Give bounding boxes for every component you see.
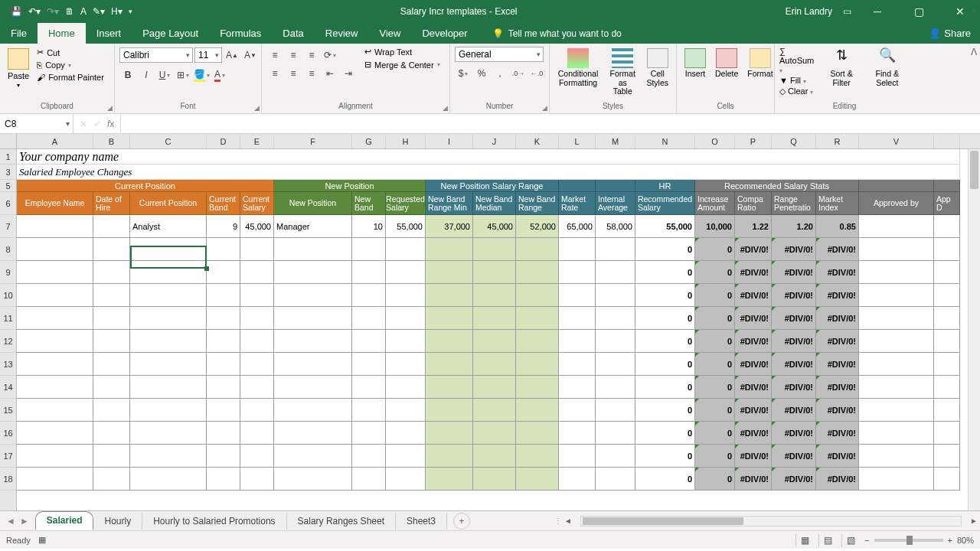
cell[interactable] [93,284,130,307]
table-header[interactable]: Requested Salary [386,192,426,215]
cell[interactable] [274,468,352,491]
cell[interactable] [240,238,274,261]
cell[interactable] [859,422,934,445]
cell[interactable] [934,261,960,284]
cell[interactable] [274,261,352,284]
cell[interactable] [386,399,426,422]
cell[interactable] [516,307,559,330]
cell[interactable] [274,353,352,376]
table-header[interactable]: New Position [274,180,426,192]
align-right-button[interactable]: ≡ [303,65,320,82]
tab-developer[interactable]: Developer [411,23,478,44]
cell[interactable] [516,445,559,468]
cell[interactable] [596,399,635,422]
cell[interactable]: 55,000 [386,215,426,238]
cell[interactable]: 1.20 [772,215,816,238]
cell[interactable] [93,468,130,491]
expand-formula-bar-button[interactable]: ⌄ [971,5,977,13]
cell[interactable]: #DIV/0! [816,307,859,330]
cell[interactable] [352,353,386,376]
cell[interactable] [352,238,386,261]
cell[interactable] [934,284,960,307]
table-header[interactable]: New Position Salary Range [426,180,559,192]
cell[interactable]: #DIV/0! [735,330,772,353]
cell[interactable] [352,284,386,307]
row-header[interactable]: 5 [0,180,16,192]
table-header[interactable]: Employee Name [17,192,93,215]
align-top-button[interactable]: ≡ [266,47,283,64]
cell[interactable] [559,307,596,330]
cell[interactable] [17,468,93,491]
cell[interactable]: 55,000 [635,215,695,238]
cell[interactable] [934,422,960,445]
paste-button[interactable]: Paste ▾ [5,47,32,90]
cell[interactable] [426,422,473,445]
copy-button[interactable]: ⎘Copy▾ [35,60,106,70]
cell[interactable] [274,445,352,468]
vertical-scrollbar[interactable] [968,149,980,510]
cell[interactable] [426,353,473,376]
cell[interactable] [352,422,386,445]
row-header[interactable]: 15 [0,399,16,422]
cell[interactable]: #DIV/0! [735,445,772,468]
table-header[interactable]: New Position [274,192,352,215]
cell[interactable] [207,307,240,330]
table-header[interactable]: Approved by [859,192,934,215]
table-header[interactable]: Recommended Salary [635,192,695,215]
cell[interactable]: #DIV/0! [735,261,772,284]
cell[interactable] [426,284,473,307]
cell[interactable] [516,376,559,399]
cell[interactable] [274,238,352,261]
clipboard-launcher[interactable]: ◢ [107,104,113,112]
zoom-level[interactable]: 80% [957,536,974,545]
cell[interactable]: 0 [695,376,735,399]
tab-insert[interactable]: Insert [86,23,132,44]
cell[interactable] [934,445,960,468]
sheet-nav-next[interactable]: ► [20,516,29,527]
col-header[interactable]: D [207,134,240,148]
cell[interactable]: #DIV/0! [772,445,816,468]
cell[interactable]: 1.22 [735,215,772,238]
cell[interactable]: #DIV/0! [735,353,772,376]
cell[interactable] [596,445,635,468]
tab-home[interactable]: Home [38,23,86,44]
cell[interactable] [352,261,386,284]
cell[interactable]: #DIV/0! [772,399,816,422]
cell[interactable] [386,330,426,353]
cell[interactable]: 0 [635,238,695,261]
cell[interactable] [207,376,240,399]
col-header[interactable]: R [816,134,859,148]
align-center-button[interactable]: ≡ [285,65,302,82]
table-header[interactable]: Current Band [207,192,240,215]
cell[interactable] [240,422,274,445]
cell[interactable]: #DIV/0! [816,353,859,376]
cell[interactable]: #DIV/0! [735,238,772,261]
tab-formulas[interactable]: Formulas [209,23,272,44]
tab-file[interactable]: File [0,23,38,44]
wrap-text-button[interactable]: ↩Wrap Text [364,47,440,57]
cell[interactable] [240,284,274,307]
col-header[interactable]: F [274,134,352,148]
col-header[interactable]: G [352,134,386,148]
cell[interactable] [240,445,274,468]
cell[interactable]: 9 [207,215,240,238]
cell[interactable] [130,284,207,307]
cell[interactable]: 0 [635,445,695,468]
cell[interactable] [473,468,516,491]
row-header[interactable]: 12 [0,330,16,353]
cell[interactable] [17,330,93,353]
cell[interactable] [93,445,130,468]
cell[interactable] [386,468,426,491]
col-header[interactable]: O [695,134,735,148]
share-button[interactable]: 👤 Share [929,28,971,44]
cell[interactable]: #DIV/0! [735,399,772,422]
col-header[interactable]: N [635,134,695,148]
qat-more-icon[interactable]: H▾ [111,6,122,17]
align-bottom-button[interactable]: ≡ [303,47,320,64]
cell[interactable] [17,376,93,399]
col-header[interactable]: J [473,134,516,148]
cell[interactable] [516,422,559,445]
cell[interactable] [274,376,352,399]
tab-view[interactable]: View [368,23,411,44]
cell[interactable] [934,215,960,238]
